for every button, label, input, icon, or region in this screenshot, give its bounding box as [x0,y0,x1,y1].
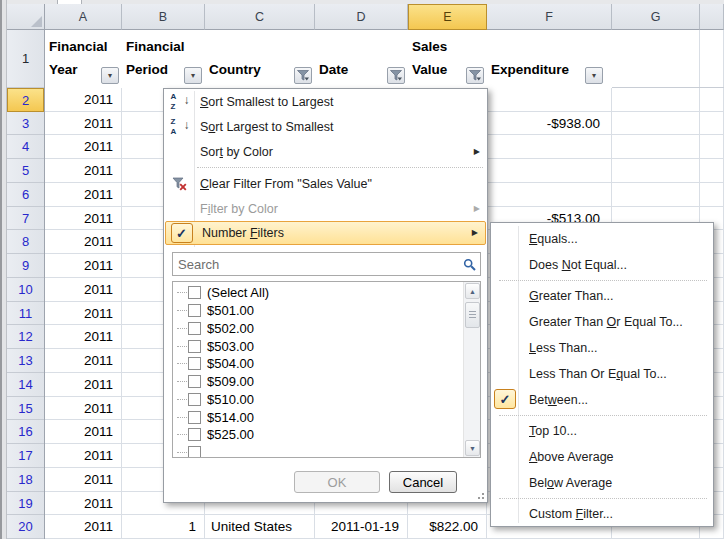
row-header-15[interactable]: 15 [7,397,44,421]
menu-item-sort-by-color[interactable]: Sort by Color▶ [164,139,487,164]
submenu-item-equals[interactable]: Equals... [491,226,713,252]
list-value-partial[interactable] [175,444,445,458]
checkbox[interactable] [188,393,201,406]
row-header-19[interactable]: 19 [7,492,44,516]
checkbox[interactable] [188,304,201,317]
checkbox[interactable] [188,357,201,370]
cell-D20[interactable]: 2011-01-19 [315,515,408,539]
cell-A8[interactable]: 2011 [45,230,122,254]
cell-A14[interactable]: 2011 [45,373,122,397]
row-header-4[interactable]: 4 [7,135,44,159]
row-header-20[interactable]: 20 [7,515,44,539]
column-header-B[interactable]: B [122,4,205,30]
cell-A13[interactable]: 2011 [45,349,122,373]
row-header-3[interactable]: 3 [7,112,44,136]
checkbox[interactable] [188,286,201,299]
cell-A19[interactable]: 2011 [45,492,122,516]
row-header-16[interactable]: 16 [7,420,44,444]
list-value-503-00[interactable]: $503.00 [175,337,445,355]
submenu-item-greater-than[interactable]: Greater Than... [491,283,713,309]
list-value-514-00[interactable]: $514.00 [175,408,445,426]
row-header-13[interactable]: 13 [7,349,44,373]
column-header-A[interactable]: A [45,4,122,30]
header-cell-expenditure[interactable]: Expenditure ▾ [487,30,612,88]
list-value-501-00[interactable]: $501.00 [175,302,445,320]
menu-item-filter-by-color[interactable]: Filter by Color▶ [164,196,487,221]
list-value-509-00[interactable]: $509.00 [175,373,445,391]
cell-E20[interactable]: $822.00 [408,515,487,539]
row-header-1[interactable]: 1 [7,30,44,88]
submenu-item-greater-than-or-equal-to[interactable]: Greater Than Or Equal To... [491,309,713,335]
list-value-504-00[interactable]: $504.00 [175,355,445,373]
submenu-item-does-not-equal[interactable]: Does Not Equal... [491,252,713,278]
cell-A5[interactable]: 2011 [45,159,122,183]
header-cell-financial-period[interactable]: Financial Period ▾ [122,30,205,88]
column-header-C[interactable]: C [205,4,315,30]
list-value-502-00[interactable]: $502.00 [175,320,445,338]
row-header-5[interactable]: 5 [7,159,44,183]
checkbox[interactable] [188,322,201,335]
header-cell-country[interactable]: Country [205,30,315,88]
menu-item-number-filters[interactable]: ✓Number Filters▶ [165,221,486,245]
filter-button-sales-value[interactable] [466,67,484,84]
row-header-8[interactable]: 8 [7,230,44,254]
cell-A20[interactable]: 2011 [45,515,122,539]
row-header-17[interactable]: 17 [7,444,44,468]
row-header-9[interactable]: 9 [7,254,44,278]
header-cell-date[interactable]: Date [315,30,408,88]
checkbox[interactable] [188,375,201,388]
cell-A15[interactable]: 2011 [45,397,122,421]
column-header-G[interactable]: G [612,4,700,30]
cell-A4[interactable]: 2011 [45,135,122,159]
list-value-510-00[interactable]: $510.00 [175,391,445,409]
submenu-item-above-average[interactable]: Above Average [491,444,713,470]
row-header-11[interactable]: 11 [7,302,44,326]
filter-button-country[interactable] [294,67,312,84]
filter-button-expenditure[interactable]: ▾ [585,67,603,84]
checkbox[interactable] [188,340,201,353]
row-header-14[interactable]: 14 [7,373,44,397]
cell-F3[interactable]: -$938.00 [487,112,612,136]
cell-A18[interactable]: 2011 [45,468,122,492]
row-header-2[interactable]: 2 [7,88,44,112]
cell-C20[interactable]: United States [205,515,315,539]
submenu-item-below-average[interactable]: Below Average [491,470,713,496]
column-header-E[interactable]: E [408,4,487,30]
cell-A7[interactable]: 2011 [45,207,122,231]
column-header-F[interactable]: F [487,4,612,30]
list-value-select-all[interactable]: (Select All) [175,284,445,302]
cell-A2[interactable]: 2011 [45,88,122,112]
cell-A10[interactable]: 2011 [45,278,122,302]
filter-button-financial-period[interactable]: ▾ [184,67,202,84]
search-input[interactable] [173,257,458,272]
submenu-item-between[interactable]: ✓Between... [491,387,713,413]
submenu-item-custom-filter[interactable]: Custom Filter... [491,501,713,527]
cell-A11[interactable]: 2011 [45,302,122,326]
column-header-partial[interactable] [700,4,724,30]
submenu-item-top-10[interactable]: Top 10... [491,418,713,444]
scroll-down-icon[interactable]: ▼ [465,440,480,456]
row-header-7[interactable]: 7 [7,207,44,231]
select-all-corner[interactable] [7,4,45,30]
row-header-12[interactable]: 12 [7,325,44,349]
cell-A6[interactable]: 2011 [45,183,122,207]
checkbox[interactable] [188,428,201,441]
row-header-10[interactable]: 10 [7,278,44,302]
list-value-525-00[interactable]: $525.00 [175,426,445,444]
checkbox[interactable] [188,411,201,424]
cell-A9[interactable]: 2011 [45,254,122,278]
cancel-button[interactable]: Cancel [389,471,457,493]
cell-A17[interactable]: 2011 [45,444,122,468]
cell-A3[interactable]: 2011 [45,112,122,136]
cell-B20[interactable]: 1 [122,515,205,539]
cell-A16[interactable]: 2011 [45,420,122,444]
ok-button[interactable]: OK [294,471,380,493]
submenu-item-less-than[interactable]: Less Than... [491,335,713,361]
row-header-18[interactable]: 18 [7,468,44,492]
menu-item-sort-largest-to-smallest[interactable]: ZA↓Sort Largest to Smallest [164,114,487,139]
scrollbar-thumb[interactable] [465,302,480,328]
filter-button-date[interactable] [387,67,405,84]
resize-grip[interactable] [474,489,484,499]
cell-A12[interactable]: 2011 [45,325,122,349]
scroll-up-icon[interactable]: ▲ [465,283,480,299]
